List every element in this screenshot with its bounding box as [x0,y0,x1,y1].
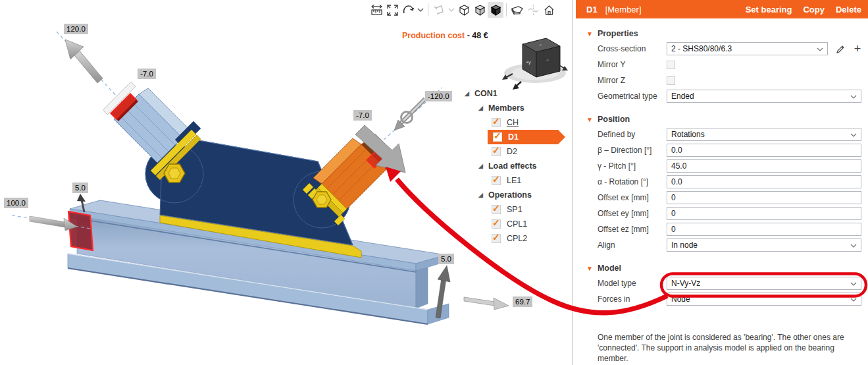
tree-checkbox[interactable]: ✓ [492,205,501,214]
chevron-down-icon [850,279,857,288]
section-title: Position [598,115,630,124]
tree-group-load-effects[interactable]: ◢ Load effects [459,159,575,173]
section-plane-options-chevron[interactable] [447,2,456,18]
tree-checkbox[interactable]: ✓ [492,176,501,185]
clipped-view-icon[interactable] [509,2,525,18]
tree-item-label: D2 [507,147,517,156]
geometrical-type-label: Geometrical type [598,92,667,101]
mirror-y-checkbox[interactable] [667,61,675,69]
tree-group-members[interactable]: ◢ Members [459,101,575,115]
cross-section-dropdown[interactable]: 2 - SHS80/80/6.3 [667,42,828,55]
tree-group-label: Members [488,103,524,113]
tree-item-ch[interactable]: ✓ CH [459,115,575,130]
tree-node-con1[interactable]: ◢ CON1 [459,86,575,101]
gamma-pitch-input[interactable] [667,159,861,173]
production-cost: Production cost - 48 € [402,31,488,40]
mirror-z-checkbox[interactable] [667,76,675,85]
section-model-header[interactable]: ▼ Model [576,261,868,275]
production-cost-label: Production cost [402,31,465,40]
view-toolbar [369,2,557,18]
chevron-down-icon [850,92,857,101]
tree-checkbox[interactable]: ✓ [492,147,501,156]
section-position-header[interactable]: ▼ Position [576,112,868,126]
geometrical-type-dropdown[interactable]: Ended [667,90,861,103]
defined-by-value: Rotations [671,130,705,139]
offset-ex-input[interactable] [667,191,861,204]
offset-ez-label: Offset ez [mm] [598,225,667,234]
mirror-z-label: Mirror Z [598,76,667,85]
tree-item-cpl1[interactable]: ✓ CPL1 [459,217,575,231]
wireframe-view-icon[interactable] [456,2,472,18]
chevron-down-icon: ▼ [586,116,593,123]
tree-item-cpl2[interactable]: ✓ CPL2 [459,231,575,246]
edit-pencil-icon[interactable] [834,43,846,55]
expander-icon[interactable]: ◢ [478,163,483,169]
forces-in-dropdown[interactable]: Node [667,293,861,306]
member-d1-diagonal-3d[interactable] [303,88,442,225]
svg-text:+y: +y [526,60,531,65]
section-model: ▼ Model Model type N-Vy-Vz Forces in Nod… [576,261,868,307]
tree-node-label: CON1 [474,89,498,98]
expander-icon[interactable]: ◢ [465,90,469,97]
load-label-69-7: 69.7 [513,296,532,307]
orbit-options-chevron[interactable] [416,2,425,18]
solid-view-icon[interactable] [488,2,503,18]
geometrical-type-value: Ended [671,92,694,101]
copy-button[interactable]: Copy [803,5,825,14]
model-type-dropdown[interactable]: N-Vy-Vz [667,277,861,290]
tree-group-operations[interactable]: ◢ Operations [459,188,575,202]
mirror-y-label: Mirror Y [598,60,667,69]
delete-button[interactable]: Delete [836,5,861,14]
tree-item-sp1[interactable]: ✓ SP1 [459,202,575,217]
tree-item-label: CPL1 [507,219,527,229]
tree-checkbox[interactable]: ✓ [492,118,501,127]
3d-viewport[interactable]: +y -x -z 120.0 -7.0 -120.0 -7.0 5.0 100.… [0,0,573,365]
check-icon: ✓ [492,116,500,126]
expander-icon[interactable]: ◢ [478,105,483,111]
set-bearing-button[interactable]: Set bearing [746,5,792,14]
load-label-120: 120.0 [64,24,88,34]
forces-in-value: Node [671,295,690,304]
tree-checkbox[interactable]: ✓ [492,234,501,243]
zoom-extents-icon[interactable] [384,2,400,18]
load-label-minus7-left: -7.0 [138,69,156,79]
check-icon: ✓ [494,130,501,141]
orbit-icon[interactable] [400,2,416,18]
chevron-down-icon [850,130,857,139]
measure-icon[interactable] [369,2,384,18]
offset-ez-input[interactable] [667,223,861,236]
chevron-down-icon: ▼ [586,30,593,38]
navigation-cube[interactable]: +y -x -z [502,38,568,90]
svg-text:-x: -x [546,58,549,62]
tree-item-d1[interactable]: ✓ D1 [459,130,575,144]
mirror-view-icon[interactable] [525,2,541,18]
project-tree: ◢ CON1 ◢ Members ✓ CH ✓ D1 ✓ D2 ◢ Load e… [459,86,575,246]
tree-item-label: SP1 [507,205,523,214]
expander-icon[interactable]: ◢ [478,192,483,198]
bearing-help-text: One member of the joint is considered as… [598,332,862,364]
model-type-label: Model type [598,279,667,288]
offset-ey-input[interactable] [667,207,861,220]
section-plane-icon[interactable] [431,2,447,18]
home-view-icon[interactable] [541,2,557,18]
tree-item-d2[interactable]: ✓ D2 [459,144,575,159]
bolt-left [164,164,185,182]
add-cross-section-icon[interactable]: + [852,43,863,55]
load-label-100: 100.0 [4,198,28,208]
offset-ey-label: Offset ey [mm] [598,209,667,218]
forces-in-label: Forces in [598,295,667,304]
tree-checkbox[interactable]: ✓ [493,132,502,142]
section-properties-header[interactable]: ▼ Properties [576,26,868,41]
align-dropdown[interactable]: In node [667,239,861,252]
shaded-view-icon[interactable] [472,2,488,18]
load-label-minus120: -120.0 [425,91,452,101]
beta-direction-input[interactable] [667,144,861,157]
check-icon: ✓ [492,203,500,213]
alpha-rotation-input[interactable] [667,175,861,188]
tree-checkbox[interactable]: ✓ [492,219,501,229]
svg-text:-z: -z [538,43,542,47]
load-label-minus7-right: -7.0 [353,110,372,121]
chevron-down-icon [817,44,823,53]
defined-by-dropdown[interactable]: Rotations [667,128,861,141]
tree-item-le1[interactable]: ✓ LE1 [459,173,575,188]
